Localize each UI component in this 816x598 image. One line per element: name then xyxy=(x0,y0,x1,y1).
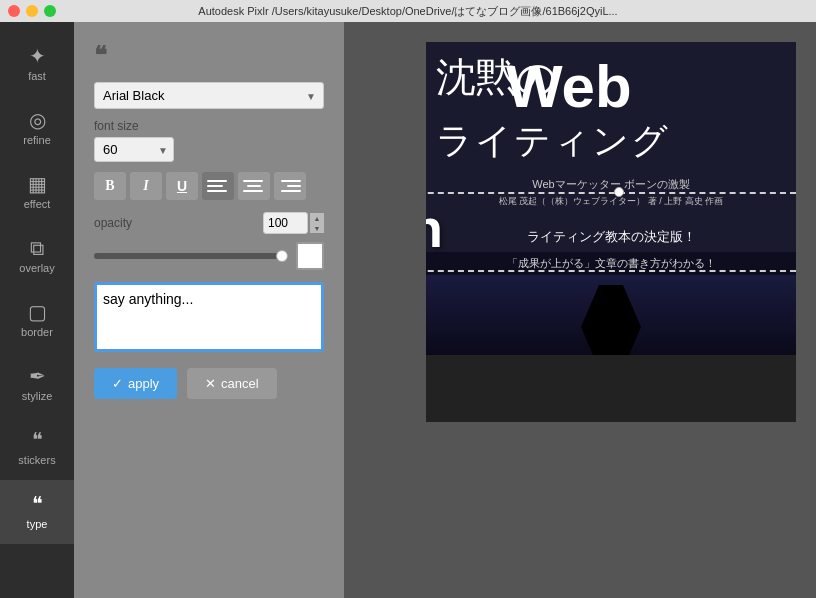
sidebar-label-stickers: stickers xyxy=(18,454,55,466)
apply-label: apply xyxy=(128,376,159,391)
sidebar-label-effect: effect xyxy=(24,198,51,210)
text-input[interactable]: say anything... xyxy=(94,282,324,352)
sidebar-item-effect[interactable]: ▦ effect xyxy=(0,160,74,224)
font-size-select[interactable]: 60 8101214 16182024 28323648 7296 xyxy=(94,137,174,162)
cancel-label: cancel xyxy=(221,376,259,391)
main-layout: ✦ fast ◎ refine ▦ effect ⧉ overlay ▢ bor… xyxy=(0,22,816,598)
sidebar-label-border: border xyxy=(21,326,53,338)
sidebar-item-fast[interactable]: ✦ fast xyxy=(0,32,74,96)
type-icon: ❝ xyxy=(32,494,43,514)
panel-header: ❝ xyxy=(94,42,324,70)
stickers-icon: ❝ xyxy=(32,430,43,450)
sidebar-item-stylize[interactable]: ✒ stylize xyxy=(0,352,74,416)
sidebar-item-stickers[interactable]: ❝ stickers xyxy=(0,416,74,480)
cancel-x-icon: ✕ xyxy=(205,376,216,391)
font-size-wrapper: font size 60 8101214 16182024 28323648 7… xyxy=(94,119,324,162)
align-center-line-2 xyxy=(247,185,261,187)
opacity-slider-row xyxy=(94,242,324,270)
panel-quote-icon: ❝ xyxy=(94,42,107,70)
bold-button[interactable]: B xyxy=(94,172,126,200)
refine-icon: ◎ xyxy=(29,110,46,130)
overlay-icon: ⧉ xyxy=(30,238,44,258)
book-image: 沈黙の Web ライティング Webマーケッター ボーンの激製 松尾 茂起（（株… xyxy=(426,42,796,422)
window-title: Autodesk Pixlr /Users/kitayusuke/Desktop… xyxy=(198,4,617,19)
canvas-area: 沈黙の Web ライティング Webマーケッター ボーンの激製 松尾 茂起（（株… xyxy=(344,22,816,598)
opacity-slider[interactable] xyxy=(94,253,288,259)
color-swatch[interactable] xyxy=(296,242,324,270)
align-center-line-3 xyxy=(243,190,263,192)
close-button[interactable] xyxy=(8,5,20,17)
text-panel: ❝ Arial Black Arial Helvetica Times New … xyxy=(84,32,334,409)
opacity-slider-thumb xyxy=(276,250,288,262)
opacity-input[interactable] xyxy=(263,212,308,234)
fast-icon: ✦ xyxy=(29,46,46,66)
book-bottom-image xyxy=(426,275,796,355)
book-katakana-text: ライティング xyxy=(436,117,670,166)
font-size-label: font size xyxy=(94,119,324,133)
book-body-title: ライティング教本の決定版！ xyxy=(434,228,788,246)
sidebar-label-refine: refine xyxy=(23,134,51,146)
align-line-1 xyxy=(207,180,227,182)
minimize-button[interactable] xyxy=(26,5,38,17)
book-subtitle: Webマーケッター ボーンの激製 xyxy=(532,177,689,192)
opacity-slider-fill xyxy=(94,253,288,259)
titlebar: Autodesk Pixlr /Users/kitayusuke/Desktop… xyxy=(0,0,816,22)
align-line-3 xyxy=(207,190,227,192)
effect-icon: ▦ xyxy=(28,174,47,194)
book-body-subtitle-area: 「成果が上がる」文章の書き方がわかる！ xyxy=(426,252,796,275)
font-select[interactable]: Arial Black Arial Helvetica Times New Ro… xyxy=(94,82,324,109)
stylize-icon: ✒ xyxy=(29,366,46,386)
overlay-text[interactable]: say anythin xyxy=(426,197,442,259)
align-right-line-3 xyxy=(281,190,301,192)
align-right-line-2 xyxy=(287,185,301,187)
sidebar-item-type[interactable]: ❝ type xyxy=(0,480,74,544)
book-top: 沈黙の Web ライティング Webマーケッター ボーンの激製 松尾 茂起（（株… xyxy=(426,42,796,222)
book-silhouette xyxy=(581,285,641,355)
italic-button[interactable]: I xyxy=(130,172,162,200)
handle-dot[interactable] xyxy=(614,187,624,197)
opacity-decrease-button[interactable]: ▼ xyxy=(310,223,324,233)
sidebar-label-fast: fast xyxy=(28,70,46,82)
align-right-button[interactable] xyxy=(274,172,306,200)
sidebar-label-overlay: overlay xyxy=(19,262,54,274)
sidebar-label-stylize: stylize xyxy=(22,390,53,402)
align-center-line-1 xyxy=(243,180,263,182)
apply-button[interactable]: ✓ apply xyxy=(94,368,177,399)
sidebar: ✦ fast ◎ refine ▦ effect ⧉ overlay ▢ bor… xyxy=(0,22,74,598)
opacity-increase-button[interactable]: ▲ xyxy=(310,213,324,223)
font-selector-wrapper: Arial Black Arial Helvetica Times New Ro… xyxy=(94,82,324,109)
format-buttons: B I U xyxy=(94,172,324,200)
book-web-text: Web xyxy=(506,52,632,121)
align-right-line-1 xyxy=(281,180,301,182)
underline-button[interactable]: U xyxy=(166,172,198,200)
sidebar-item-border[interactable]: ▢ border xyxy=(0,288,74,352)
text-panel-area: ❝ Arial Black Arial Helvetica Times New … xyxy=(74,22,344,598)
maximize-button[interactable] xyxy=(44,5,56,17)
book-author: 松尾 茂起（（株）ウェブライター） 著 / 上野 高史 作画 xyxy=(499,195,724,208)
align-left-button[interactable] xyxy=(202,172,234,200)
opacity-spinners: ▲ ▼ xyxy=(310,213,324,233)
window-controls xyxy=(8,5,56,17)
font-select-container: Arial Black Arial Helvetica Times New Ro… xyxy=(94,82,324,109)
book-body-subtitle: 「成果が上がる」文章の書き方がわかる！ xyxy=(434,256,788,271)
action-buttons: ✓ apply ✕ cancel xyxy=(94,368,324,399)
opacity-input-group: ▲ ▼ xyxy=(263,212,324,234)
sidebar-item-overlay[interactable]: ⧉ overlay xyxy=(0,224,74,288)
sidebar-label-type: type xyxy=(27,518,48,530)
font-size-select-container: 60 8101214 16182024 28323648 7296 xyxy=(94,137,174,162)
border-icon: ▢ xyxy=(28,302,47,322)
book-body-title-area: ライティング教本の決定版！ xyxy=(426,222,796,252)
sidebar-item-refine[interactable]: ◎ refine xyxy=(0,96,74,160)
opacity-row: opacity ▲ ▼ xyxy=(94,212,324,234)
cancel-button[interactable]: ✕ cancel xyxy=(187,368,277,399)
opacity-label: opacity xyxy=(94,216,255,230)
align-center-button[interactable] xyxy=(238,172,270,200)
apply-checkmark-icon: ✓ xyxy=(112,376,123,391)
align-line-2 xyxy=(207,185,223,187)
